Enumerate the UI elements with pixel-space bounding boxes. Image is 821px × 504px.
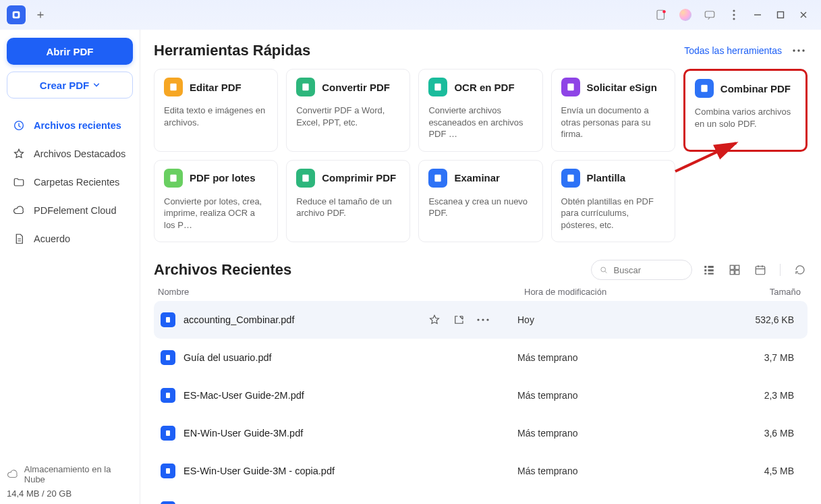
svg-rect-25: [708, 266, 714, 268]
svg-rect-15: [435, 84, 441, 91]
svg-rect-34: [756, 267, 765, 275]
file-row[interactable]: accounting_Combinar.pdfHoy532,6 KB: [154, 301, 808, 339]
svg-rect-28: [704, 273, 706, 275]
calendar-view-icon[interactable]: [753, 262, 768, 277]
close-button[interactable]: [793, 5, 814, 24]
grid-view-icon[interactable]: [727, 262, 742, 277]
sidebar-item-label: Archivos Destacados: [34, 148, 125, 159]
svg-rect-27: [708, 270, 714, 272]
tool-desc: Escanea y crea un nuevo PDF.: [428, 196, 532, 219]
svg-rect-16: [567, 84, 573, 91]
file-icon: [161, 501, 175, 504]
svg-point-6: [733, 13, 735, 16]
storage-usage: 14,4 MB / 20 GB: [7, 488, 133, 499]
file-name: Guía del usuario.pdf: [183, 352, 517, 363]
file-row[interactable]: EN-Win-User Guide-3M.pdfMás temprano3,6 …: [154, 414, 808, 452]
svg-point-37: [482, 319, 484, 321]
tool-card-combinar-pdf[interactable]: Combinar PDFCombina varios archivos en u…: [683, 69, 808, 152]
create-pdf-button[interactable]: Crear PDF: [7, 72, 133, 99]
tool-icon: [428, 78, 447, 96]
svg-rect-19: [303, 174, 309, 181]
col-name-header: Nombre: [158, 287, 524, 297]
svg-rect-8: [778, 12, 784, 18]
file-row[interactable]: BMPUB-1200226470-180724-2154-31.pdfMás t…: [154, 490, 808, 504]
more-icon[interactable]: [476, 312, 490, 327]
tool-card-plantilla[interactable]: PlantillaObtén plantillas en PDF para cu…: [551, 160, 675, 243]
col-mod-header: Hora de modificación: [524, 287, 727, 297]
star-icon[interactable]: [427, 312, 442, 327]
svg-rect-31: [735, 266, 739, 270]
sidebar-item-4[interactable]: Acuerdo: [7, 225, 133, 252]
tool-desc: Combina varios archivos en un solo PDF.: [695, 106, 796, 130]
chat-icon[interactable]: [702, 7, 717, 22]
sidebar-item-label: Archivos recientes: [34, 120, 121, 131]
main-content: Herramientas Rápidas Todas las herramien…: [140, 30, 821, 504]
new-tab-button[interactable]: [31, 5, 50, 24]
file-modified: Más temprano: [517, 466, 720, 476]
svg-rect-4: [705, 11, 714, 18]
doc-icon: [12, 232, 26, 246]
svg-rect-42: [166, 468, 170, 474]
app-logo: [7, 5, 26, 24]
tool-icon: [695, 79, 714, 98]
svg-rect-20: [435, 174, 441, 181]
tool-icon: [561, 78, 580, 96]
list-view-icon[interactable]: [702, 262, 716, 277]
svg-rect-32: [730, 271, 734, 275]
share-icon[interactable]: [451, 312, 466, 327]
tool-title: Plantilla: [587, 172, 626, 184]
tool-icon: [561, 169, 580, 188]
cloud-icon: [7, 468, 19, 480]
tool-card-editar-pdf[interactable]: Editar PDFEdita texto e imágenes en arch…: [154, 69, 278, 152]
tools-more-icon[interactable]: [790, 47, 808, 55]
minimize-button[interactable]: [747, 5, 768, 24]
tool-desc: Edita texto e imágenes en archivos.: [164, 105, 268, 128]
all-tools-link[interactable]: Todas las herramientas: [684, 45, 782, 56]
search-box[interactable]: [591, 260, 692, 280]
tool-desc: Convierte archivos escaneados en archivo…: [428, 105, 532, 140]
tool-icon: [296, 169, 315, 188]
open-pdf-button[interactable]: Abrir PDF: [7, 38, 133, 65]
sidebar-item-3[interactable]: PDFelement Cloud: [7, 197, 133, 224]
file-row[interactable]: ES-Win-User Guide-3M - copia.pdfMás temp…: [154, 452, 808, 490]
tool-card-solicitar-esign[interactable]: Solicitar eSignEnvía un documento a otra…: [551, 69, 675, 152]
file-row[interactable]: Guía del usuario.pdfMás temprano3,7 MB: [154, 339, 808, 376]
svg-rect-13: [170, 84, 176, 91]
file-size: 3,6 MB: [720, 428, 801, 439]
tool-card-examinar[interactable]: ExaminarEscanea y crea un nuevo PDF.: [418, 160, 542, 243]
svg-point-12: [802, 49, 804, 51]
cloud-icon: [12, 204, 26, 217]
svg-point-36: [477, 319, 479, 321]
tool-card-convertir-pdf[interactable]: Convertir PDFConvertir PDF a Word, Excel…: [286, 69, 410, 152]
maximize-button[interactable]: [770, 5, 791, 24]
sidebar-item-2[interactable]: Carpetas Recientes: [7, 169, 133, 196]
notifications-icon[interactable]: [654, 7, 669, 22]
svg-rect-35: [166, 317, 170, 323]
svg-rect-40: [166, 393, 170, 398]
file-row[interactable]: ES-Mac-User Guide-2M.pdfMás temprano2,3 …: [154, 376, 808, 414]
file-icon: [161, 388, 175, 403]
tool-card-pdf-por-lotes[interactable]: PDF por lotesConvierte por lotes, crea, …: [154, 160, 278, 243]
svg-rect-17: [701, 85, 707, 92]
tool-card-comprimir-pdf[interactable]: Comprimir PDFReduce el tamaño de un arch…: [286, 160, 410, 243]
user-avatar-icon[interactable]: [678, 7, 693, 22]
sidebar-item-0[interactable]: Archivos recientes: [7, 112, 133, 139]
tool-icon: [428, 169, 447, 188]
clock-icon: [12, 119, 26, 132]
search-input[interactable]: [614, 265, 683, 275]
create-pdf-label: Crear PDF: [40, 80, 89, 91]
menu-vertical-icon[interactable]: [727, 7, 741, 22]
tool-desc: Convierte por lotes, crea, imprime, real…: [164, 196, 268, 231]
file-size: 2,3 MB: [720, 390, 801, 401]
star-icon: [12, 147, 26, 161]
tool-desc: Convertir PDF a Word, Excel, PPT, etc.: [296, 105, 400, 128]
svg-point-38: [486, 319, 488, 321]
refresh-icon[interactable]: [793, 262, 808, 277]
search-icon: [600, 265, 608, 275]
file-name: accounting_Combinar.pdf: [183, 314, 427, 325]
col-size-header: Tamaño: [727, 287, 808, 297]
tool-card-ocr-en-pdf[interactable]: OCR en PDFConvierte archivos escaneados …: [418, 69, 542, 152]
svg-rect-26: [704, 270, 706, 272]
sidebar-item-1[interactable]: Archivos Destacados: [7, 140, 133, 167]
svg-rect-33: [735, 271, 739, 275]
